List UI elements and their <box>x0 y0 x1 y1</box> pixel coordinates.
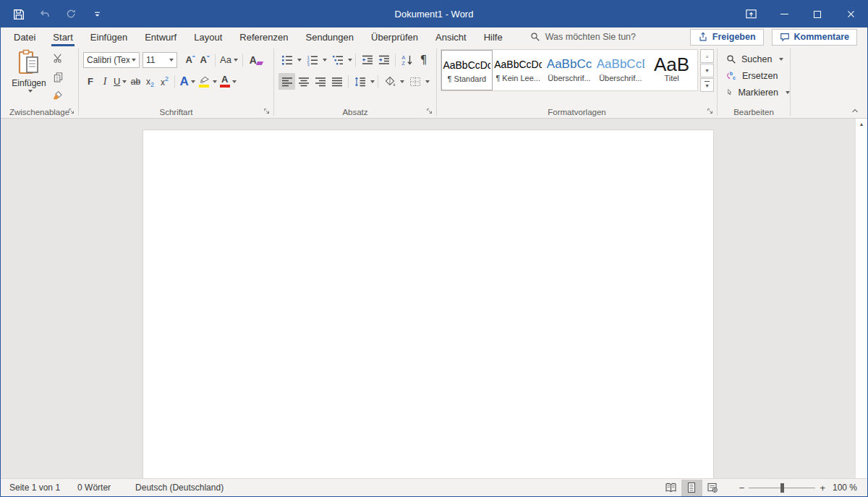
replace-button[interactable]: Ersetzen <box>718 67 790 84</box>
zoom-slider-track[interactable] <box>749 488 815 488</box>
font-dialog-launcher[interactable] <box>263 107 271 116</box>
gallery-more-button[interactable]: ▾ <box>700 78 714 92</box>
change-case-button[interactable]: Aa <box>218 51 239 68</box>
multilevel-list-button[interactable] <box>329 51 346 68</box>
superscript-button[interactable]: x2 <box>157 73 171 90</box>
strikethrough-button[interactable]: ab <box>128 73 142 90</box>
group-label-paragraph: Absatz <box>274 108 436 116</box>
maximize-button[interactable] <box>801 1 834 27</box>
print-layout-icon <box>686 482 697 493</box>
style-standard[interactable]: AaBbCcDc ¶ Standard <box>441 50 493 90</box>
share-button[interactable]: Freigeben <box>690 29 764 46</box>
paste-button[interactable]: Einfügen <box>8 49 50 106</box>
text-effects-button[interactable]: A <box>178 73 196 90</box>
font-name-combobox[interactable]: Calibri (Textk <box>83 52 140 68</box>
highlight-button[interactable] <box>197 73 218 90</box>
decrease-indent-button[interactable] <box>359 51 375 68</box>
tab-ansicht[interactable]: Ansicht <box>427 27 475 46</box>
comments-button[interactable]: Kommentare <box>772 29 857 46</box>
zoom-slider-handle[interactable] <box>780 483 784 493</box>
clipboard-dialog-launcher[interactable] <box>67 107 76 116</box>
chevron-up-icon <box>850 106 860 115</box>
web-layout-button[interactable] <box>702 480 723 496</box>
document-page[interactable] <box>142 129 714 478</box>
tab-entwurf[interactable]: Entwurf <box>136 27 185 46</box>
paragraph-dialog-launcher[interactable] <box>425 107 434 116</box>
tab-layout[interactable]: Layout <box>185 27 231 46</box>
grow-font-button[interactable]: Aˆ <box>183 51 197 68</box>
shading-button[interactable] <box>381 73 398 90</box>
vertical-scrollbar[interactable]: ▴ <box>855 119 867 478</box>
gallery-scroll-down-button[interactable]: ▾ <box>700 64 714 77</box>
tab-start[interactable]: Start <box>44 27 81 46</box>
scroll-up-icon[interactable]: ▴ <box>860 121 863 478</box>
underline-button[interactable]: U <box>112 73 128 90</box>
collapse-ribbon-button[interactable] <box>848 106 861 116</box>
minimize-button[interactable] <box>767 1 801 27</box>
zoom-level[interactable]: 100 % <box>830 483 867 493</box>
group-separator <box>790 48 791 116</box>
align-center-button[interactable] <box>295 73 312 90</box>
minimize-icon <box>780 14 788 14</box>
tab-referenzen[interactable]: Referenzen <box>231 27 297 46</box>
shrink-font-button[interactable]: Aˇ <box>197 51 212 68</box>
more-bar <box>705 81 710 82</box>
sort-button[interactable] <box>399 51 415 68</box>
zoom-out-button[interactable]: − <box>735 483 749 493</box>
language-status[interactable]: Deutsch (Deutschland) <box>119 483 232 493</box>
decrease-indent-icon <box>362 54 373 66</box>
align-right-button[interactable] <box>312 73 328 90</box>
increase-indent-button[interactable] <box>375 51 392 68</box>
styles-gallery: AaBbCcDc ¶ Standard AaBbCcDc ¶ Kein Lee.… <box>441 49 698 91</box>
font-color-button[interactable]: A <box>218 73 238 90</box>
shrink-font-letter: A <box>200 54 206 65</box>
show-paragraph-marks-button[interactable]: ¶ <box>415 51 432 68</box>
save-icon[interactable] <box>11 7 27 22</box>
font-name-dropdown-icon <box>132 59 136 64</box>
cut-button[interactable] <box>48 51 67 65</box>
tab-hilfe[interactable]: Hilfe <box>475 27 511 46</box>
close-button[interactable] <box>834 1 867 27</box>
search-icon <box>726 54 736 64</box>
bullets-button[interactable] <box>278 51 295 68</box>
style-kein-leerraum[interactable]: AaBbCcDc ¶ Kein Lee... <box>493 50 544 90</box>
customize-qat-icon[interactable] <box>89 7 105 22</box>
styles-dialog-launcher[interactable] <box>706 107 715 116</box>
tab-ueberpruefen[interactable]: Überprüfen <box>362 27 427 46</box>
clear-formatting-button[interactable]: A <box>246 51 260 68</box>
tab-sendungen[interactable]: Sendungen <box>297 27 363 46</box>
gallery-scroll-up-button[interactable]: ▴ <box>700 49 714 63</box>
undo-icon[interactable] <box>37 7 53 22</box>
line-spacing-button[interactable] <box>352 73 368 90</box>
justify-button[interactable] <box>328 73 345 90</box>
style-ueberschrift-2[interactable]: AaBbCcD Überschrif... <box>595 50 646 90</box>
read-mode-button[interactable] <box>660 480 681 496</box>
italic-button[interactable]: I <box>98 73 112 90</box>
style-ueberschrift-1[interactable]: AaBbCc Überschrif... <box>544 50 595 90</box>
tab-datei[interactable]: Datei <box>5 27 44 46</box>
copy-icon <box>53 72 64 82</box>
select-button[interactable]: Markieren <box>718 84 790 101</box>
copy-button[interactable] <box>48 69 67 84</box>
font-size-combobox[interactable]: 11 <box>142 52 177 68</box>
font-color-bar <box>220 85 230 88</box>
zoom-in-button[interactable]: + <box>815 483 830 493</box>
page-count[interactable]: Seite 1 von 1 <box>1 483 69 493</box>
style-titel[interactable]: AaB Titel <box>646 50 697 90</box>
print-layout-button[interactable] <box>681 480 702 496</box>
ribbon-display-options-icon[interactable] <box>734 1 767 27</box>
format-painter-button[interactable] <box>48 88 67 103</box>
borders-button[interactable] <box>407 73 423 90</box>
group-label-font: Schriftart <box>79 108 273 116</box>
bold-button[interactable]: F <box>83 73 98 90</box>
subscript-button[interactable]: x2 <box>142 73 157 90</box>
highlight-color-bar <box>199 85 209 88</box>
tab-einfuegen[interactable]: Einfügen <box>82 27 136 46</box>
redo-icon[interactable] <box>63 7 79 22</box>
numbering-button[interactable] <box>304 51 320 68</box>
tell-me-search[interactable]: Was möchten Sie tun? <box>530 32 636 42</box>
find-button[interactable]: Suchen <box>718 51 790 67</box>
word-count[interactable]: 0 Wörter <box>69 483 119 493</box>
replace-icon <box>726 70 737 81</box>
align-left-button[interactable] <box>278 73 295 90</box>
